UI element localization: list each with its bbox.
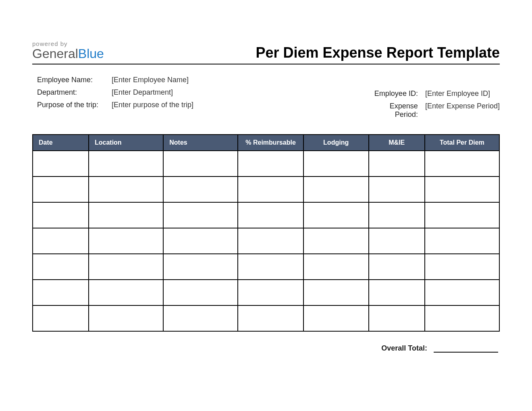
expense-table: Date Location Notes % Reimbursable Lodgi…	[32, 134, 500, 332]
cell-reimbursable[interactable]	[238, 280, 303, 305]
department-label: Department:	[37, 88, 112, 97]
cell-reimbursable[interactable]	[238, 151, 303, 176]
cell-location[interactable]	[89, 254, 163, 280]
employee-id-field[interactable]: [Enter Employee ID]	[425, 89, 490, 98]
table-row	[33, 254, 499, 280]
cell-reimbursable[interactable]	[238, 176, 303, 202]
overall-total-field[interactable]	[434, 344, 498, 353]
cell-mie[interactable]	[369, 280, 425, 305]
table-row	[33, 228, 499, 254]
header: powered by GeneralBlue Per Diem Expense …	[32, 40, 500, 64]
cell-location[interactable]	[89, 305, 163, 331]
cell-lodging[interactable]	[303, 176, 369, 202]
cell-total[interactable]	[425, 176, 499, 202]
cell-date[interactable]	[33, 280, 89, 305]
cell-date[interactable]	[33, 254, 89, 280]
cell-reimbursable[interactable]	[238, 305, 303, 331]
col-header-date: Date	[33, 135, 89, 151]
info-left: Employee Name: [Enter Employee Name] Dep…	[37, 76, 193, 119]
cell-lodging[interactable]	[303, 280, 369, 305]
employee-name-field[interactable]: [Enter Employee Name]	[112, 76, 189, 84]
cell-lodging[interactable]	[303, 254, 369, 280]
cell-notes[interactable]	[163, 305, 238, 331]
cell-mie[interactable]	[369, 305, 425, 331]
cell-notes[interactable]	[163, 202, 238, 228]
cell-lodging[interactable]	[303, 228, 369, 254]
info-right: Employee ID: [Enter Employee ID] Expense…	[365, 76, 500, 119]
employee-name-row: Employee Name: [Enter Employee Name]	[37, 76, 193, 84]
overall-total-label: Overall Total:	[381, 344, 427, 353]
expense-period-field[interactable]: [Enter Expense Period]	[425, 102, 500, 119]
info-section: Employee Name: [Enter Employee Name] Dep…	[32, 76, 500, 119]
col-header-lodging: Lodging	[303, 135, 369, 151]
table-row	[33, 305, 499, 331]
col-header-total: Total Per Diem	[425, 135, 499, 151]
employee-id-row: Employee ID: [Enter Employee ID]	[365, 89, 500, 98]
table-row	[33, 151, 499, 176]
purpose-field[interactable]: [Enter purpose of the trip]	[112, 101, 193, 109]
cell-total[interactable]	[425, 305, 499, 331]
purpose-row: Purpose of the trip: [Enter purpose of t…	[37, 101, 193, 109]
table-row	[33, 280, 499, 305]
cell-mie[interactable]	[369, 151, 425, 176]
cell-notes[interactable]	[163, 228, 238, 254]
logo-text: GeneralBlue	[32, 46, 104, 61]
cell-mie[interactable]	[369, 254, 425, 280]
purpose-label: Purpose of the trip:	[37, 101, 112, 109]
cell-date[interactable]	[33, 305, 89, 331]
col-header-reimbursable: % Reimbursable	[238, 135, 303, 151]
logo-part1: General	[32, 46, 78, 61]
cell-total[interactable]	[425, 228, 499, 254]
cell-reimbursable[interactable]	[238, 254, 303, 280]
cell-mie[interactable]	[369, 176, 425, 202]
page-title: Per Diem Expense Report Template	[256, 44, 500, 61]
table-row	[33, 176, 499, 202]
department-row: Department: [Enter Department]	[37, 88, 193, 97]
cell-total[interactable]	[425, 151, 499, 176]
cell-total[interactable]	[425, 280, 499, 305]
cell-total[interactable]	[425, 202, 499, 228]
cell-mie[interactable]	[369, 202, 425, 228]
cell-notes[interactable]	[163, 151, 238, 176]
cell-total[interactable]	[425, 254, 499, 280]
cell-date[interactable]	[33, 202, 89, 228]
cell-notes[interactable]	[163, 176, 238, 202]
cell-location[interactable]	[89, 176, 163, 202]
table-header-row: Date Location Notes % Reimbursable Lodgi…	[33, 135, 499, 151]
cell-lodging[interactable]	[303, 305, 369, 331]
col-header-mie: M&IE	[369, 135, 425, 151]
brand-logo: powered by GeneralBlue	[32, 40, 104, 61]
footer: Overall Total:	[32, 344, 500, 353]
cell-mie[interactable]	[369, 228, 425, 254]
cell-lodging[interactable]	[303, 202, 369, 228]
col-header-notes: Notes	[163, 135, 238, 151]
cell-location[interactable]	[89, 280, 163, 305]
table-body	[33, 151, 499, 331]
department-field[interactable]: [Enter Department]	[112, 88, 173, 97]
cell-location[interactable]	[89, 228, 163, 254]
cell-location[interactable]	[89, 151, 163, 176]
table-row	[33, 202, 499, 228]
expense-period-label: Expense Period:	[365, 102, 425, 119]
cell-date[interactable]	[33, 228, 89, 254]
col-header-location: Location	[89, 135, 163, 151]
employee-name-label: Employee Name:	[37, 76, 112, 84]
cell-lodging[interactable]	[303, 151, 369, 176]
expense-period-row: Expense Period: [Enter Expense Period]	[365, 102, 500, 119]
cell-reimbursable[interactable]	[238, 202, 303, 228]
logo-part2: Blue	[78, 46, 104, 61]
cell-notes[interactable]	[163, 280, 238, 305]
cell-reimbursable[interactable]	[238, 228, 303, 254]
cell-date[interactable]	[33, 176, 89, 202]
cell-date[interactable]	[33, 151, 89, 176]
cell-notes[interactable]	[163, 254, 238, 280]
cell-location[interactable]	[89, 202, 163, 228]
employee-id-label: Employee ID:	[365, 89, 425, 98]
